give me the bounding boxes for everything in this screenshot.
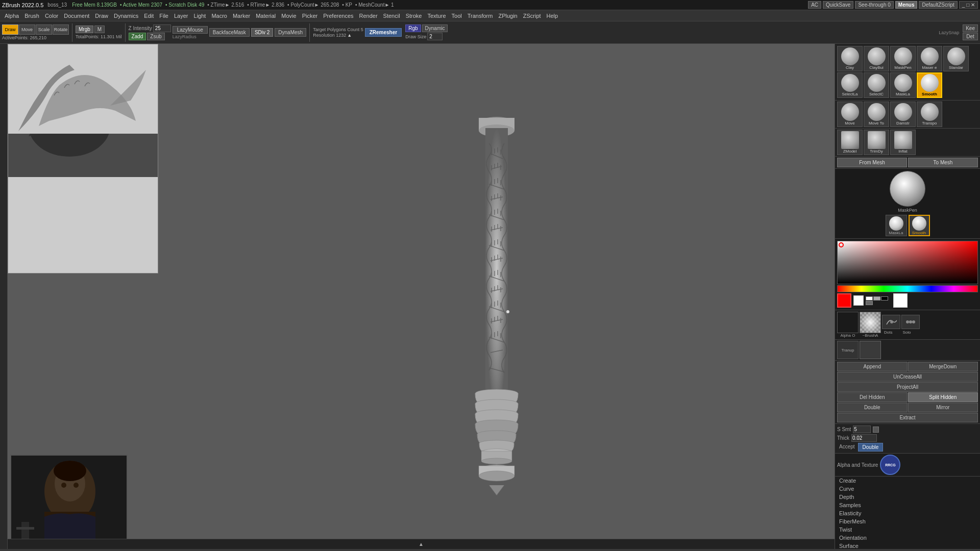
zmodel-btn[interactable]: ZModel [837,130,863,155]
menus-btn[interactable]: Menus [895,1,918,9]
menu-dynamics[interactable]: Dynamics [111,12,141,20]
menu-transform[interactable]: Transform [465,12,496,20]
color-preset-gray[interactable] [873,296,880,300]
color-preset-dark[interactable] [866,301,873,305]
surface-item[interactable]: Surface [835,542,980,549]
zadd-btn[interactable]: Zadd [129,33,146,40]
zremesher-btn[interactable]: ZRemesher [365,28,402,37]
from-mesh-btn[interactable]: From Mesh [837,158,907,167]
projectall-btn[interactable]: ProjectAll [837,382,978,392]
menu-draw[interactable]: Draw [92,12,111,20]
menu-color[interactable]: Color [42,12,61,20]
color-preset-black[interactable] [881,296,888,300]
draw-btn[interactable]: Draw [2,24,18,35]
rgb-btn[interactable]: Rgb [405,24,421,32]
det-btn[interactable]: Det [963,33,978,40]
extract-btn[interactable]: Extract [837,413,978,422]
menu-preferences[interactable]: Preferences [321,12,356,20]
backface-mask-btn[interactable]: BackfaceMask [209,28,250,37]
claybui-brush-btn[interactable]: ClayBui [864,46,889,71]
model-viewport[interactable] [158,44,835,549]
masklasso2-btn[interactable]: MaskLa [890,72,916,98]
dynamic-stroke-btn[interactable] [882,315,900,329]
delhidden-btn[interactable]: Del Hidden [837,392,908,402]
scale-btn[interactable]: Scale [36,24,52,35]
double-btn[interactable]: Double [837,403,908,412]
move-brush-btn[interactable]: Move [837,102,863,127]
standar-brush-btn[interactable]: Standar [943,46,969,71]
movetopo-btn[interactable]: Move To [864,102,889,127]
white-swatch[interactable] [893,293,908,308]
secondary-color-swatch[interactable] [853,295,864,306]
menu-help[interactable]: Help [544,12,561,20]
kee-btn[interactable]: Kee [963,24,978,32]
accept-double-btn[interactable]: Double [858,443,884,452]
quicksave-btn[interactable]: QuickSave [823,1,853,9]
color-gradient-area[interactable] [837,241,978,284]
defaultzscript-btn[interactable]: DefaultZScript [919,1,957,9]
solo-stroke-btn[interactable] [901,315,920,329]
draw-size-input[interactable] [427,33,443,40]
menu-material[interactable]: Material [253,12,278,20]
dyna-mesh-btn[interactable]: DynaMesh [275,28,306,37]
orientation-item[interactable]: Orientation [835,534,980,542]
m-btn[interactable]: M [94,26,105,33]
maskpen-brush-btn[interactable]: MaskPen [890,46,916,71]
inflate-btn[interactable]: Inflat [890,130,916,155]
ssmt-toggle[interactable] [873,427,879,433]
fibermesh-item[interactable]: FiberMesh [835,517,980,525]
splithidden-btn[interactable]: Split Hidden [908,392,978,402]
append-btn[interactable]: Append [837,362,908,371]
damstd-btn[interactable]: Damstr [890,102,916,127]
resolution-arrow[interactable]: ▲ [347,33,352,38]
elasticity-item[interactable]: Elasticity [835,509,980,517]
dynamic-btn[interactable]: Dynamic [422,24,448,32]
brush-alpha-preview[interactable] [860,312,881,333]
move-btn[interactable]: Move [19,24,35,35]
ac-btn[interactable]: AC [808,1,821,9]
to-mesh-btn[interactable]: To Mesh [908,158,978,167]
selectcircle-btn[interactable]: SelectC [864,72,889,98]
menu-stencil[interactable]: Stencil [381,12,403,20]
tranup2-btn[interactable] [860,341,881,359]
menu-movie[interactable]: Movie [279,12,299,20]
menu-file[interactable]: File [157,12,171,20]
depth-item[interactable]: Depth [835,493,980,501]
seethrough-btn[interactable]: See-through 0 [855,1,893,9]
transpose-btn[interactable]: Transpo [917,102,942,127]
tranup-btn[interactable]: Tranup [837,341,859,359]
zsub-btn[interactable]: Zsub [147,33,164,40]
color-preset-white[interactable] [866,296,873,300]
mrgb-btn[interactable]: Mrgb [76,26,93,33]
rotate-btn[interactable]: Rotate [53,24,69,35]
canvas-area[interactable]: -0.016,-0.266,-0.004 [8,44,835,549]
menu-texture[interactable]: Texture [425,12,448,20]
menu-edit[interactable]: Edit [141,12,156,20]
menu-macro[interactable]: Macro [209,12,230,20]
alpha-preview[interactable] [837,312,859,333]
selectlasso-btn[interactable]: SelectLa [837,72,863,98]
z-intensity-input[interactable] [153,24,171,32]
curve-item[interactable]: Curve [835,485,980,493]
mirror-btn[interactable]: Mirror [908,403,978,412]
menu-layer[interactable]: Layer [172,12,191,20]
uncreaseall-btn[interactable]: UnCreaseAll [837,372,978,382]
create-item[interactable]: Create [835,477,980,485]
ssmt-input[interactable] [853,425,871,433]
menu-document[interactable]: Document [61,12,92,20]
sdiv-btn[interactable]: SDiv 2 [251,28,273,37]
menu-zplugin[interactable]: ZPlugin [496,12,520,20]
trimdyn-btn[interactable]: TrimDy [864,130,889,155]
masklasso-brush-btn[interactable]: Maser e [917,46,942,71]
mergedown-btn[interactable]: MergeDown [908,362,978,371]
clay-brush-btn[interactable]: Clay [837,46,863,71]
menu-brush[interactable]: Brush [22,12,42,20]
smooth-small-btn[interactable]: Smooth [909,215,930,236]
lazymouse-btn[interactable]: LazyMouse [173,26,208,34]
hue-slider[interactable] [837,285,978,292]
samples-item[interactable]: Samples [835,501,980,509]
twist-item[interactable]: Twist [835,525,980,534]
menu-zscript[interactable]: ZScript [521,12,544,20]
thick-input[interactable] [851,434,877,442]
primary-color-swatch[interactable] [837,293,851,308]
